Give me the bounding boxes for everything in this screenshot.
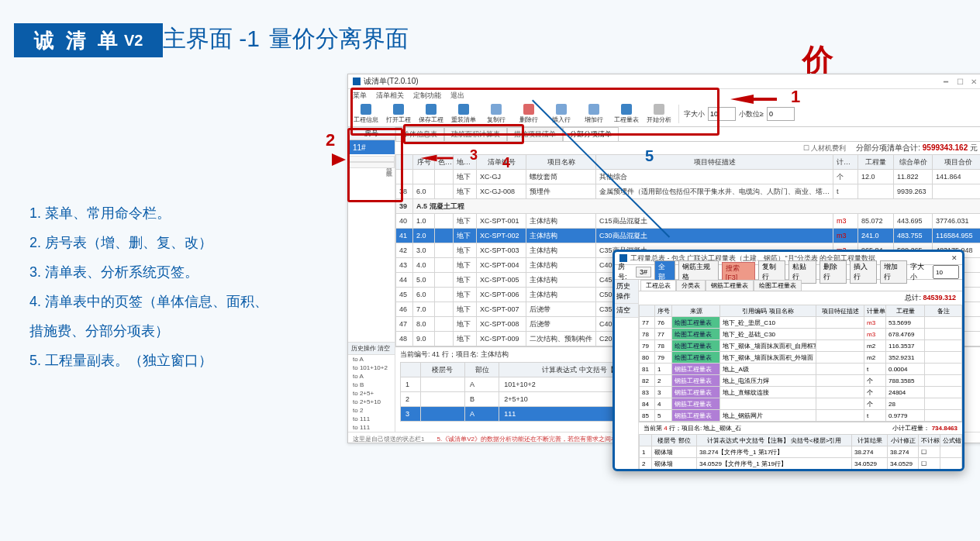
history-item[interactable]: to 2+5+10 bbox=[348, 398, 395, 406]
minimize-button[interactable]: ━ bbox=[940, 78, 951, 86]
popup-clear-button[interactable]: 清空 bbox=[615, 304, 638, 318]
popup-left-panel: 历史操作 清空 bbox=[615, 280, 639, 469]
toolbar-打开工程[interactable]: 打开工程 bbox=[384, 102, 413, 126]
history-item[interactable]: to 2+5+ bbox=[348, 389, 395, 398]
app-title: 诚清单(T2.0.10) bbox=[364, 76, 419, 87]
popup-calc-table[interactable]: 楼层号 部位计算表达式 中文括号【注释】 尖括号<楼层>引用计算结果小计修正不计… bbox=[639, 434, 962, 469]
room-selector[interactable]: 3# bbox=[636, 267, 651, 277]
decimals-input[interactable] bbox=[767, 107, 795, 121]
history-header: 历史操作 清空 bbox=[348, 343, 395, 355]
app-titlebar: 诚清单(T2.0.10) ━ ☐ ✕ bbox=[348, 74, 980, 89]
arrow-3 bbox=[421, 155, 437, 161]
history-item[interactable]: to 111 bbox=[348, 415, 395, 423]
num-1: 1 bbox=[791, 87, 800, 107]
popup-close-button[interactable]: ✕ bbox=[951, 254, 958, 262]
qty-row[interactable]: 7877绘图工程量表地下_砼_基础_C30m3678.4769 bbox=[640, 329, 962, 340]
total-bar: ☐ 人材机费利 分部分项清单合计: 9599343.162 元 bbox=[395, 142, 980, 154]
toolbar-开始分析[interactable]: 开始分析 bbox=[644, 102, 674, 126]
toolbar-工程量表[interactable]: 工程量表 bbox=[612, 102, 641, 126]
history-item[interactable]: to 101+10+2 bbox=[348, 364, 395, 372]
side-tab[interactable]: 房号表 bbox=[348, 156, 395, 162]
calc-row[interactable]: 1砌体墙38.274【文件序号_1 第17行】38.27438.274☐ bbox=[640, 446, 962, 458]
popup-logo-icon bbox=[619, 254, 627, 262]
arrow-1 bbox=[730, 95, 754, 104]
popup-sheet-tabs: 工程总表分类表钢筋工程量表绘图工程量表 bbox=[639, 280, 962, 291]
popup-sheet-tab[interactable]: 钢筋工程量表 bbox=[706, 280, 754, 291]
toolbar-重装清单[interactable]: 重装清单 bbox=[449, 102, 478, 126]
history-item[interactable]: to A bbox=[348, 372, 395, 381]
menu-item[interactable]: 菜单 bbox=[353, 91, 367, 101]
popup-sheet-tab[interactable]: 绘图工程量表 bbox=[754, 280, 802, 291]
qty-row[interactable]: 855钢筋工程量表地上_钢筋网片t0.9779 bbox=[640, 410, 962, 422]
table-row[interactable]: 地下XC-GJ螺纹套筒其他综合个12.011.822141.864 bbox=[396, 170, 981, 184]
qty-row[interactable]: 7978绘图工程量表地下_砌体_墙面抹灰面积_自用框室m2116.3537 bbox=[640, 340, 962, 352]
sheet-tab[interactable]: 单体信息表 bbox=[395, 127, 444, 141]
side-tab[interactable]: 分析系统 bbox=[348, 162, 395, 168]
num-5: 5 bbox=[645, 147, 654, 165]
table-row[interactable]: 412.0地下XC-SPT-002主体结构C30商品混凝土m3241.0483.… bbox=[396, 229, 981, 243]
menu-item[interactable]: 退出 bbox=[450, 91, 464, 101]
slide-title: 主界面 -1量价分离界面 bbox=[163, 23, 409, 55]
left-panel: 房号 1 1# 房号表分析系统 历史操作 清空 to Ato 101+10+2t… bbox=[348, 127, 395, 432]
legend-list: 1. 菜单、常用命令栏。2. 房号表（增、删、复、改）3. 清单表、分析系统页签… bbox=[29, 198, 268, 375]
font-size-input[interactable] bbox=[708, 107, 736, 121]
sheet-tabs: 单体信息表建筑面积计算表措施项目清单分部分项清单 bbox=[395, 127, 980, 142]
popup-sheet-tab[interactable]: 工程总表 bbox=[640, 280, 676, 291]
menu-item[interactable]: 定制功能 bbox=[413, 91, 441, 101]
toolbar-插入行[interactable]: 插入行 bbox=[547, 102, 576, 126]
section-row: 39A.5 混凝土工程 bbox=[396, 199, 981, 214]
qty-row[interactable]: 8079绘图工程量表地下_砌体_墙面抹灰面积_外墙面m2352.9231 bbox=[640, 352, 962, 364]
menu-item[interactable]: 清单相关 bbox=[376, 91, 404, 101]
sheet-tab[interactable]: 措施项目清单 bbox=[507, 127, 563, 141]
toolbar-保存工程[interactable]: 保存工程 bbox=[416, 102, 446, 126]
qty-row[interactable]: 822钢筋工程量表地上_电渣压力焊个788.3585 bbox=[640, 375, 962, 387]
qty-row[interactable]: 833钢筋工程量表地上_直螺纹连接个24804 bbox=[640, 387, 962, 398]
app-menubar: 菜单清单相关定制功能退出 bbox=[348, 89, 980, 102]
toolbar-工程信息[interactable]: 工程信息 bbox=[351, 102, 381, 126]
building-selected[interactable]: 1 1# bbox=[348, 140, 395, 154]
app-toolbar: 工程信息打开工程保存工程重装清单复制行删除行插入行增加行工程量表开始分析字大小小… bbox=[348, 102, 980, 127]
popup-footer-bar: 当前第 4 行；项目名: 地上_砌体_石 小计工程量： 734.8463 bbox=[639, 422, 962, 434]
popup-font-input[interactable] bbox=[933, 265, 959, 279]
history-item[interactable]: to A bbox=[348, 355, 395, 364]
num-2: 2 bbox=[326, 130, 335, 150]
num-4: 4 bbox=[502, 155, 510, 171]
popup-toolbar: 房号:3#全部钢筋主规格搜索 [F3]复制行粘贴行删除行插入行增加行字大小 bbox=[615, 265, 962, 280]
qty-row[interactable]: 844钢筋工程量表个28 bbox=[640, 398, 962, 410]
table-row[interactable]: 386.0地下XC-GJ-008预埋件金属预埋件（适用部位包括但不限于集水井、电… bbox=[396, 184, 981, 199]
history-item[interactable]: to 2 bbox=[348, 406, 395, 415]
popup-qty-table[interactable]: 序号来源引用编码 项目名称项目特征描述计量单位工程量备注 7776绘图工程量表地… bbox=[639, 305, 962, 422]
sheet-tab[interactable]: 建筑面积计算表 bbox=[444, 127, 507, 141]
calc-row[interactable]: 2砌体墙34.0529【文件序号_1 第19行】34.052934.0529☐ bbox=[640, 458, 962, 470]
history-item[interactable]: to 111 bbox=[348, 423, 395, 432]
history-item[interactable]: to B bbox=[348, 381, 395, 389]
table-row[interactable]: 401.0地下XC-SPT-001主体结构C15商品混凝土m385.072443… bbox=[396, 214, 981, 229]
maximize-button[interactable]: ☐ bbox=[954, 78, 965, 86]
popup-sheet-tab[interactable]: 分类表 bbox=[676, 280, 706, 291]
building-header: 房号 bbox=[348, 127, 395, 140]
qty-row[interactable]: 811钢筋工程量表地上_A级t0.0004 bbox=[640, 364, 962, 375]
toolbar-复制行[interactable]: 复制行 bbox=[481, 102, 511, 126]
toolbar-增加行[interactable]: 增加行 bbox=[579, 102, 609, 126]
num-3: 3 bbox=[470, 147, 478, 164]
app-logo-icon bbox=[353, 78, 361, 85]
arrow-2 bbox=[332, 153, 346, 166]
close-button[interactable]: ✕ bbox=[968, 78, 979, 86]
qty-row[interactable]: 7776绘图工程量表地下_砼_垫层_C10m353.5699 bbox=[640, 317, 962, 329]
brand-logo: 诚 清 单V2 bbox=[14, 23, 163, 57]
quantity-popup-window: 工程量总表 - 包含 广联达工程量表（土建、钢筋）"且"分类表 的全部工程量数据… bbox=[612, 250, 964, 471]
